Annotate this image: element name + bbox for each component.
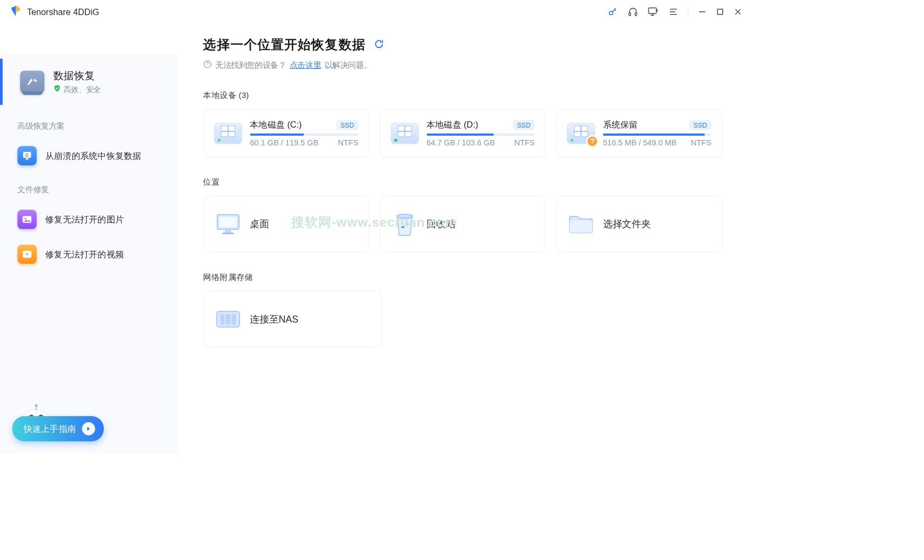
section-locations: 位置 xyxy=(203,177,722,188)
help-prefix: 无法找到您的设备？ xyxy=(215,60,286,70)
app-title: Tenorshare 4DDiG xyxy=(27,7,99,17)
arrow-right-icon xyxy=(82,422,95,435)
svg-rect-7 xyxy=(26,158,29,159)
help-link[interactable]: 点击这里 xyxy=(290,60,321,70)
usage-bar xyxy=(426,134,535,136)
monitor-icon xyxy=(214,212,242,236)
svg-rect-22 xyxy=(222,233,234,234)
feedback-icon[interactable] xyxy=(648,6,659,17)
nas-icon xyxy=(214,307,242,331)
key-icon[interactable] xyxy=(607,6,618,17)
location-label: 选择文件夹 xyxy=(603,218,651,230)
video-icon xyxy=(17,244,37,264)
svg-point-23 xyxy=(397,214,412,219)
location-choose-folder[interactable]: 选择文件夹 xyxy=(556,196,722,253)
refresh-icon[interactable] xyxy=(373,38,384,51)
hard-drive-icon xyxy=(390,123,418,144)
svg-rect-3 xyxy=(648,8,656,14)
sidebar-item-crash-recovery[interactable]: C 从崩溃的系统中恢复数据 xyxy=(0,138,177,173)
svg-rect-24 xyxy=(570,221,592,233)
usage-bar xyxy=(603,134,711,136)
svg-rect-26 xyxy=(220,314,225,324)
location-desktop[interactable]: 桌面 xyxy=(203,196,369,253)
photo-icon xyxy=(17,210,37,229)
page-title: 选择一个位置开始恢复数据 xyxy=(203,36,365,53)
quick-guide-button[interactable]: 快速上手指南 xyxy=(12,416,104,442)
folder-icon xyxy=(567,212,595,236)
warning-badge-icon: ? xyxy=(586,135,599,148)
hdd-tools-icon xyxy=(20,71,44,93)
disk-card[interactable]: 本地磁盘 (D:)SSD64.7 GB / 103.6 GBNTFS xyxy=(380,109,545,158)
location-label: 桌面 xyxy=(250,218,269,230)
svg-rect-2 xyxy=(635,12,636,16)
close-button[interactable] xyxy=(733,8,742,16)
section-local-devices: 本地设备 (3) xyxy=(203,90,722,101)
sidebar-section-repair: 文件修复 xyxy=(0,173,177,202)
disk-usage: 64.7 GB / 103.6 GB xyxy=(426,138,495,148)
nas-connect[interactable]: 连接至NAS xyxy=(203,291,382,347)
sidebar-item-repair-video[interactable]: 修复无法打开的视频 xyxy=(0,237,177,272)
sidebar-section-advanced: 高级恢复方案 xyxy=(0,109,177,138)
svg-point-0 xyxy=(610,11,613,15)
disk-type-badge: SSD xyxy=(689,120,711,130)
help-suffix: 以解决问题。 xyxy=(325,60,372,70)
disk-type-badge: SSD xyxy=(513,120,535,130)
disk-filesystem: NTFS xyxy=(338,138,358,148)
recycle-bin-icon xyxy=(390,212,418,236)
location-recycle-bin[interactable]: 回收站 xyxy=(380,196,545,253)
sidebar-primary-subtitle: 高效、安全 xyxy=(64,85,101,95)
location-label: 回收站 xyxy=(426,218,455,230)
quick-guide-label: 快速上手指南 xyxy=(24,423,76,435)
monitor-c-icon: C xyxy=(17,146,37,165)
svg-rect-27 xyxy=(226,314,230,324)
svg-rect-21 xyxy=(225,230,231,233)
sidebar-item-repair-photo[interactable]: 修复无法打开的图片 xyxy=(0,202,177,237)
menu-icon[interactable] xyxy=(669,7,678,17)
disk-card[interactable]: ?系统保留SSD516.5 MB / 549.0 MBNTFS xyxy=(556,109,722,158)
titlebar-actions xyxy=(607,6,742,17)
maximize-button[interactable] xyxy=(716,8,724,16)
divider xyxy=(688,7,688,17)
app-logo-icon xyxy=(10,5,22,19)
titlebar: Tenorshare 4DDiG xyxy=(0,0,748,24)
svg-point-9 xyxy=(24,218,26,219)
hard-drive-icon xyxy=(214,123,242,144)
disk-usage: 516.5 MB / 549.0 MB xyxy=(603,138,677,148)
help-text: 无法找到您的设备？ 点击这里 以解决问题。 xyxy=(203,60,722,71)
sidebar-item-label: 修复无法打开的图片 xyxy=(45,213,124,225)
headphones-icon[interactable] xyxy=(628,6,638,17)
hard-drive-icon: ? xyxy=(567,123,595,144)
minimize-button[interactable] xyxy=(698,8,706,16)
sidebar-item-label: 修复无法打开的视频 xyxy=(45,248,124,260)
disk-filesystem: NTFS xyxy=(514,138,535,148)
question-circle-icon xyxy=(203,60,212,71)
sidebar-primary-title: 数据恢复 xyxy=(53,69,101,83)
disk-name: 系统保留 xyxy=(603,119,638,131)
section-nas: 网络附属存储 xyxy=(203,272,722,283)
sidebar: 数据恢复 高效、安全 高级恢复方案 C 从崩溃的系统中恢复数据 xyxy=(0,24,177,454)
svg-point-17 xyxy=(35,404,38,407)
shield-check-icon xyxy=(53,85,61,95)
svg-rect-28 xyxy=(232,314,236,324)
disk-name: 本地磁盘 (D:) xyxy=(426,119,478,131)
sidebar-item-label: 从崩溃的系统中恢复数据 xyxy=(45,150,141,162)
svg-rect-1 xyxy=(629,12,631,16)
main-content: 选择一个位置开始恢复数据 无法找到您的设备？ 点击这里 以解决问题。 本地设备 … xyxy=(177,24,748,454)
nas-label: 连接至NAS xyxy=(250,313,298,326)
disk-name: 本地磁盘 (C:) xyxy=(250,119,302,131)
disk-card[interactable]: 本地磁盘 (C:)SSD60.1 GB / 119.5 GBNTFS xyxy=(203,109,369,158)
disk-type-badge: SSD xyxy=(336,120,358,130)
svg-text:C: C xyxy=(25,152,29,158)
usage-bar xyxy=(250,134,358,136)
disk-usage: 60.1 GB / 119.5 GB xyxy=(250,138,318,148)
svg-rect-20 xyxy=(219,217,236,227)
disk-filesystem: NTFS xyxy=(691,138,711,148)
sidebar-item-data-recovery[interactable]: 数据恢复 高效、安全 xyxy=(0,54,177,109)
svg-rect-4 xyxy=(717,9,723,15)
